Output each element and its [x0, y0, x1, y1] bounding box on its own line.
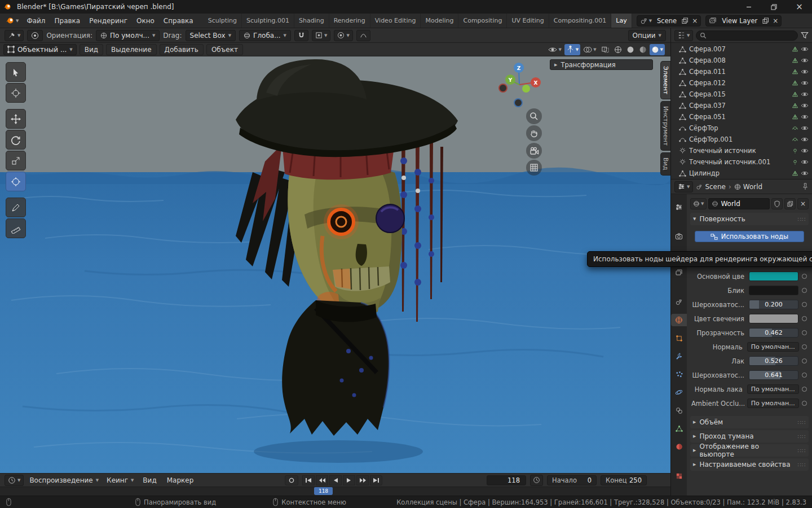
3d-viewport-canvas[interactable]: Z X Y [0, 56, 670, 473]
use-preview-range-button[interactable] [530, 475, 543, 486]
menu-field[interactable]: По умолчан... [747, 342, 799, 352]
move-tool[interactable] [6, 109, 26, 129]
breadcrumb-world[interactable]: World [734, 183, 762, 191]
scale-tool[interactable] [6, 151, 26, 170]
tab-compositing[interactable]: Compositing [458, 14, 507, 28]
outliner-row-sphere-037[interactable]: Сфера.037 [671, 100, 812, 111]
cursor-tool[interactable] [6, 83, 26, 103]
play-reverse-button[interactable] [329, 475, 342, 485]
falloff-curve-dropdown[interactable] [356, 30, 370, 41]
tab-particles-icon[interactable] [671, 368, 687, 380]
hide-eye-icon[interactable] [801, 68, 809, 75]
outliner-row-sphere-012[interactable]: Сфера.012 [671, 77, 812, 89]
tab-render-icon[interactable] [671, 230, 687, 243]
tab-modifiers-icon[interactable] [671, 350, 687, 362]
viewport-menu-select[interactable]: Выделение [106, 44, 156, 55]
minimize-button[interactable] [736, 0, 761, 14]
tab-scene-icon[interactable] [671, 296, 687, 308]
viewport-menu-add[interactable]: Добавить [160, 44, 204, 55]
hide-eye-icon[interactable] [801, 159, 809, 165]
tab-tool-icon[interactable] [671, 201, 687, 213]
rotate-tool[interactable] [6, 130, 26, 150]
select-box-tool[interactable] [6, 62, 26, 82]
value-slider[interactable]: 0.200 [749, 300, 798, 309]
pivot-dropdown[interactable]: Глоба... ▼ [239, 30, 291, 41]
scene-browse-button[interactable]: ▼ [638, 16, 654, 26]
section-volume[interactable]: ▶ Объём ∷∷ [690, 416, 809, 428]
animate-decorator[interactable] [798, 330, 810, 335]
panel-grip[interactable]: ∷∷ [797, 216, 806, 222]
tab-rendering[interactable]: Rendering [329, 14, 370, 28]
panel-grip[interactable]: ∷∷ [797, 419, 806, 426]
zoom-button[interactable] [526, 108, 542, 124]
end-frame-field[interactable]: Конец 250 [601, 475, 647, 485]
hide-eye-icon[interactable] [801, 91, 809, 98]
orientation-dropdown[interactable]: По умолч... ▼ [96, 30, 160, 41]
jump-to-start-button[interactable] [302, 475, 315, 485]
surface-section-header[interactable]: ▼ Поверхность ∷∷ [690, 213, 809, 225]
playhead[interactable]: 118 [314, 487, 333, 495]
tool-options-button[interactable]: ▼ [5, 30, 24, 41]
drag-dropdown[interactable]: Select Box ▼ [186, 30, 236, 41]
play-button[interactable] [343, 475, 355, 485]
tab-video-editing[interactable]: Video Editing [370, 14, 421, 28]
outliner-row-sphere-007[interactable]: Сфера.007 [671, 43, 812, 55]
current-frame-field[interactable]: 118 [487, 475, 526, 485]
menu-window[interactable]: Окно [132, 14, 159, 28]
outliner-row-surftop-001[interactable]: СёрфTop.001 [671, 134, 812, 145]
color-swatch[interactable] [749, 271, 798, 281]
tab-sculpting-001[interactable]: Sculpting.001 [242, 14, 294, 28]
tab-object-data-icon[interactable] [671, 422, 687, 435]
section-mist-pass[interactable]: ▶ Проход тумана ∷∷ [690, 430, 809, 443]
tab-shading[interactable]: Shading [294, 14, 329, 28]
tab-compositing-001[interactable]: Compositing.001 [549, 14, 611, 28]
panel-grip[interactable]: ∷∷ [797, 448, 806, 454]
keying-dropdown[interactable]: Кеинг▼ [104, 476, 136, 484]
outliner-search-input[interactable] [696, 30, 798, 41]
annotate-tool[interactable] [6, 198, 26, 217]
animate-decorator[interactable] [798, 358, 810, 364]
camera-view-button[interactable] [526, 143, 542, 159]
animate-decorator[interactable] [798, 288, 810, 293]
prev-keyframe-button[interactable] [316, 475, 328, 485]
visibility-dropdown[interactable]: ▼ [546, 44, 563, 55]
outliner-row-point-light-001[interactable]: Точечный источник.001 [671, 156, 812, 168]
tab-layout-active[interactable]: Lay [611, 14, 632, 28]
animate-decorator[interactable] [799, 387, 810, 392]
pin-button[interactable] [802, 183, 809, 190]
hide-eye-icon[interactable] [801, 57, 809, 64]
value-slider[interactable]: 0.462 [749, 328, 798, 338]
sidebar-tab-view[interactable]: Вид [660, 152, 670, 175]
tab-view-layer-icon[interactable] [671, 266, 687, 279]
active-tool-gizmo-button[interactable] [27, 30, 43, 41]
view-layer-name[interactable]: View Layer [718, 17, 761, 25]
section-viewport-display[interactable]: ▶ Отображение во вьюпорте ∷∷ [690, 444, 809, 457]
menu-render[interactable]: Рендеринг [85, 14, 132, 28]
outliner-filter-button[interactable] [801, 32, 809, 39]
tab-uv-editing[interactable]: UV Editing [507, 14, 549, 28]
animate-decorator[interactable] [799, 344, 810, 349]
animate-decorator[interactable] [798, 302, 810, 307]
hide-eye-icon[interactable] [801, 136, 809, 143]
outliner-row-point-light[interactable]: Точечный источник [671, 145, 812, 156]
properties-editor-type-button[interactable]: ▼ [674, 181, 693, 192]
jump-to-end-button[interactable] [370, 475, 382, 485]
orthographic-toggle-button[interactable] [526, 160, 542, 176]
scene-copy-button[interactable] [680, 16, 690, 26]
hide-eye-icon[interactable] [801, 170, 809, 177]
menu-help[interactable]: Справка [159, 14, 198, 28]
animate-decorator[interactable] [798, 373, 810, 378]
menu-edit[interactable]: Правка [50, 14, 85, 28]
viewport-menu-object[interactable]: Объект [206, 44, 243, 55]
hide-eye-icon[interactable] [801, 102, 809, 109]
timeline-menu-marker[interactable]: Маркер [164, 476, 197, 484]
hide-eye-icon[interactable] [801, 80, 809, 86]
hide-eye-icon[interactable] [801, 125, 809, 132]
animate-decorator[interactable] [798, 316, 810, 321]
snap-magnet-button[interactable] [294, 30, 308, 41]
hide-eye-icon[interactable] [801, 147, 809, 154]
outliner-editor-type-button[interactable]: ▼ [674, 30, 693, 41]
tab-physics-icon[interactable] [671, 386, 687, 398]
color-swatch[interactable] [749, 286, 798, 295]
options-dropdown[interactable]: Опции ▼ [628, 30, 666, 41]
